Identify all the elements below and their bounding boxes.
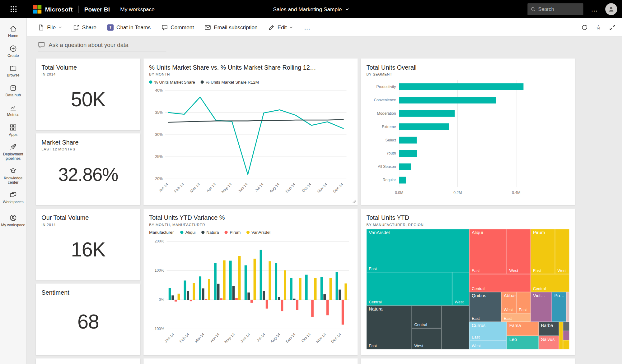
treemap-region-label: Central (472, 286, 484, 291)
units-ytd-treemap[interactable]: VanArsdelEastCentralWestNaturaEastCentra… (367, 229, 569, 349)
toolbar-more-button[interactable]: … (304, 24, 311, 31)
svg-text:May-14: May-14 (221, 182, 233, 194)
treemap-region-label: West (472, 344, 481, 348)
sidebar-item-apps[interactable]: Apps (0, 120, 26, 140)
share-button[interactable]: Share (73, 24, 96, 31)
treemap-cell[interactable] (442, 306, 469, 349)
treemap-cell[interactable] (559, 322, 563, 349)
treemap-cell-barba[interactable]: Barba (539, 322, 559, 336)
treemap-cell-salvus[interactable]: Salvus (539, 336, 559, 349)
market-share-line-chart[interactable]: 40%35%30%25%20%Jan-14Feb-14Mar-14Apr-14M… (149, 86, 352, 198)
treemap-cell-aliqui[interactable]: AliquiEast (469, 229, 507, 274)
file-menu-button[interactable]: File (38, 24, 62, 31)
edit-button[interactable]: Edit (268, 24, 293, 31)
sidebar-item-home[interactable]: Home (0, 21, 26, 41)
treemap-cell-leo[interactable]: Leo (507, 336, 539, 349)
treemap-cell-po[interactable]: Po… (552, 292, 566, 322)
tile-title: Total Units YTD Variance % (149, 214, 352, 222)
resize-handle-icon[interactable] (352, 200, 356, 204)
tile-partial[interactable] (36, 358, 140, 364)
tile-sentiment[interactable]: Sentiment 68 (36, 283, 140, 355)
treemap-cell[interactable] (563, 340, 569, 349)
sidebar-item-metrics[interactable]: Metrics (0, 100, 26, 120)
tile-units-ytd-treemap[interactable]: Total Units YTD BY MANUFACTURER, REGION … (361, 209, 575, 355)
treemap-cell[interactable]: Central (412, 306, 442, 328)
tile-ytd-variance-bar-chart[interactable]: Total Units YTD Variance % BY MONTH, MAN… (143, 209, 358, 355)
tile-total-volume[interactable]: Total Volume IN 2014 50K (36, 58, 140, 130)
treemap-cell-natura[interactable]: NaturaEast (367, 306, 412, 349)
sidebar-item-data-hub[interactable]: Data hub (0, 81, 26, 100)
treemap-region-label: East (369, 344, 377, 348)
tile-market-share[interactable]: Market Share LAST 12 MONTHS 32.86% (36, 133, 140, 205)
chat-in-teams-button[interactable]: T Chat in Teams (107, 24, 151, 31)
treemap-cell[interactable]: West (412, 328, 442, 349)
treemap-cell-fama[interactable]: Fama (507, 322, 539, 336)
treemap-cell[interactable]: East (517, 292, 531, 313)
refresh-button[interactable] (581, 24, 588, 31)
treemap-cell[interactable]: West (555, 229, 569, 274)
svg-text:Nov-14: Nov-14 (315, 332, 327, 344)
microsoft-logo[interactable]: Microsoft (33, 5, 72, 13)
treemap-cell-currus[interactable]: CurrusEast (469, 322, 507, 341)
treemap-cell[interactable] (563, 322, 569, 331)
svg-text:35%: 35% (155, 110, 163, 115)
comment-button[interactable]: Comment (161, 24, 194, 31)
svg-text:Select: Select (386, 138, 396, 142)
units-overall-bar-chart[interactable]: 0.0M0.2M0.4MProductivityConvenienceModer… (367, 78, 569, 197)
search-box[interactable] (527, 3, 583, 15)
qna-input[interactable]: Ask a question about your data (38, 41, 166, 52)
product-name[interactable]: Power BI (84, 6, 110, 13)
treemap-region-label: Central (369, 300, 381, 304)
treemap-region-label: Central (533, 286, 546, 291)
treemap-cell-vanarsdel[interactable]: VanArsdelEast (367, 229, 470, 272)
svg-text:Jul-14: Jul-14 (254, 182, 264, 192)
sidebar-item-create[interactable]: Create (0, 41, 26, 61)
treemap-cell-vict[interactable]: Vict… (531, 292, 552, 322)
treemap-cell[interactable] (566, 292, 569, 322)
tile-partial[interactable] (143, 358, 358, 364)
kpi-value: 50K (41, 77, 135, 125)
sidebar-item-knowledge-center[interactable]: Knowledge center (0, 164, 26, 188)
account-avatar[interactable] (605, 3, 617, 15)
tile-market-share-line-chart[interactable]: % Units Market Share vs. % Units Market … (143, 58, 358, 205)
svg-text:30%: 30% (155, 132, 163, 137)
svg-text:Aug-14: Aug-14 (269, 182, 280, 194)
toolbar-right-actions: ☆ (581, 24, 616, 31)
sidebar-item-workspaces[interactable]: Workspaces (0, 188, 26, 207)
treemap-cell[interactable]: West (452, 272, 469, 306)
treemap-cell[interactable]: Central (469, 274, 531, 292)
favorite-button[interactable]: ☆ (596, 24, 601, 31)
tile-our-total-volume[interactable]: Our Total Volume IN 2014 16K (36, 209, 140, 280)
power-bi-app: Microsoft Power BI My workspace Sales an… (0, 0, 622, 364)
treemap-cell[interactable]: West (469, 341, 507, 349)
workspace-name[interactable]: My workspace (120, 6, 155, 12)
expand-icon (609, 24, 616, 31)
fullscreen-button[interactable] (609, 24, 616, 31)
treemap-cell[interactable]: East (501, 313, 531, 322)
sidebar-item-my-workspace[interactable]: My workspace (0, 210, 26, 230)
treemap-region-label: West (414, 344, 423, 348)
search-input[interactable] (538, 7, 580, 12)
legend-dot (201, 231, 204, 234)
ytd-variance-bar-chart[interactable]: 200%100%0%-100%Jan-14Feb-14Mar-14Apr-14M… (149, 237, 352, 348)
svg-text:Moderation: Moderation (377, 111, 396, 116)
treemap-cell[interactable]: West (507, 229, 531, 274)
tile-units-overall-bar-chart[interactable]: Total Units Overall BY SEGMENT 0.0M0.2M0… (361, 58, 575, 205)
tile-partial[interactable] (361, 358, 575, 364)
legend-dot (180, 231, 183, 234)
treemap-manufacturer-label: Quibus (472, 293, 486, 298)
email-subscription-button[interactable]: Email subscription (205, 24, 258, 31)
treemap-cell-abbas[interactable]: AbbasWest (501, 292, 516, 313)
treemap-cell-quibus[interactable]: QuibusEast (469, 292, 501, 322)
report-title-dropdown[interactable]: Sales and Marketing Sample (273, 6, 349, 12)
treemap-cell[interactable]: Central (531, 274, 569, 292)
treemap-cell[interactable]: Central (367, 272, 452, 306)
legend-dot (201, 81, 204, 84)
topbar-more-button[interactable]: … (589, 6, 600, 13)
sidebar-item-browse[interactable]: Browse (0, 61, 26, 81)
app-launcher-button[interactable] (0, 0, 27, 18)
sidebar-item-deployment-pipelines[interactable]: Deployment pipelines (0, 140, 26, 164)
svg-text:Apr-14: Apr-14 (209, 332, 221, 343)
treemap-cell[interactable] (563, 331, 569, 340)
treemap-cell-pirum[interactable]: PirumEast (531, 229, 555, 274)
